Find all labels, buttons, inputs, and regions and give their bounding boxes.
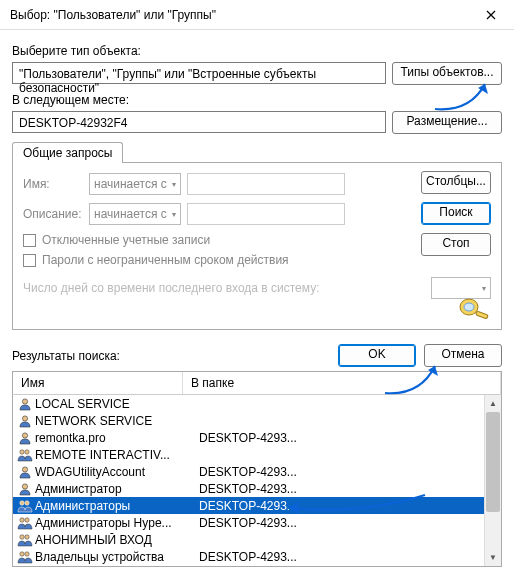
row-name: REMOTE INTERACTIV... <box>35 448 199 462</box>
table-row[interactable]: АНОНИМНЫЙ ВХОД <box>13 531 501 548</box>
table-row[interactable]: WDAGUtilityAccountDESKTOP-4293... <box>13 463 501 480</box>
svg-point-11 <box>25 500 29 504</box>
name-input <box>187 173 345 195</box>
disabled-accounts-label: Отключенные учетные записи <box>42 233 210 247</box>
row-folder: DESKTOP-4293... <box>199 499 501 513</box>
pw-noexpire-checkbox <box>23 254 36 267</box>
results-list[interactable]: LOCAL SERVICENETWORK SERVICEremontka.pro… <box>12 395 502 567</box>
svg-point-5 <box>22 432 27 437</box>
row-name: Владельцы устройства <box>35 550 199 564</box>
table-row[interactable]: LOCAL SERVICE <box>13 395 501 412</box>
row-name: Администратор <box>35 482 199 496</box>
svg-point-6 <box>20 449 24 453</box>
disabled-accounts-checkbox <box>23 234 36 247</box>
row-name: АНОНИМНЫЙ ВХОД <box>35 533 199 547</box>
desc-label: Описание: <box>23 207 83 221</box>
table-row[interactable]: remontka.proDESKTOP-4293... <box>13 429 501 446</box>
tab-panel: Имя: начинается с▾ Описание: начинается … <box>12 162 502 330</box>
location-button[interactable]: Размещение... <box>392 111 502 134</box>
scroll-thumb[interactable] <box>486 412 500 512</box>
results-header: Имя В папке <box>12 371 502 395</box>
object-type-value: "Пользователи", "Группы" или "Встроенные… <box>12 62 386 84</box>
desc-match-select: начинается с▾ <box>89 203 181 225</box>
svg-point-14 <box>20 534 24 538</box>
row-name: Администраторы Hype... <box>35 516 199 530</box>
close-icon <box>486 10 496 20</box>
user-icon <box>17 464 33 480</box>
cancel-button[interactable]: Отмена <box>424 344 502 367</box>
row-name: WDAGUtilityAccount <box>35 465 199 479</box>
row-name: remontka.pro <box>35 431 199 445</box>
row-folder: DESKTOP-4293... <box>199 431 501 445</box>
user-icon <box>17 430 33 446</box>
chevron-down-icon: ▾ <box>482 284 486 293</box>
tab-common-queries[interactable]: Общие запросы <box>12 142 123 163</box>
group-icon <box>17 532 33 548</box>
col-name-header[interactable]: Имя <box>13 372 183 394</box>
chevron-down-icon: ▾ <box>172 180 176 189</box>
name-match-select: начинается с▾ <box>89 173 181 195</box>
window-title: Выбор: "Пользователи" или "Группы" <box>10 8 468 22</box>
group-icon <box>17 549 33 565</box>
user-icon <box>17 396 33 412</box>
scrollbar[interactable]: ▲ ▼ <box>484 395 501 566</box>
svg-point-7 <box>25 449 29 453</box>
svg-point-8 <box>22 466 27 471</box>
table-row[interactable]: Владельцы устройстваDESKTOP-4293... <box>13 548 501 565</box>
ok-button[interactable]: OK <box>338 344 416 367</box>
results-label: Результаты поиска: <box>12 349 120 363</box>
row-folder: DESKTOP-4293... <box>199 465 501 479</box>
table-row[interactable]: АдминистраторDESKTOP-4293... <box>13 480 501 497</box>
svg-point-15 <box>25 534 29 538</box>
pw-noexpire-label: Пароли с неограниченным сроком действия <box>42 253 289 267</box>
svg-point-4 <box>22 415 27 420</box>
svg-rect-2 <box>476 311 489 319</box>
row-name: Администраторы <box>35 499 199 513</box>
svg-point-9 <box>22 483 27 488</box>
row-name: LOCAL SERVICE <box>35 397 199 411</box>
table-row[interactable]: REMOTE INTERACTIV... <box>13 446 501 463</box>
svg-point-1 <box>464 303 474 311</box>
group-icon <box>17 447 33 463</box>
svg-point-12 <box>20 517 24 521</box>
svg-point-3 <box>22 398 27 403</box>
group-icon <box>17 498 33 514</box>
scroll-up-button[interactable]: ▲ <box>485 395 501 412</box>
search-button[interactable]: Поиск <box>421 202 491 225</box>
table-row[interactable]: NETWORK SERVICE <box>13 412 501 429</box>
scroll-down-button[interactable]: ▼ <box>485 549 501 566</box>
columns-button[interactable]: Столбцы... <box>421 171 491 194</box>
svg-point-13 <box>25 517 29 521</box>
location-value: DESKTOP-42932F4 <box>12 111 386 133</box>
object-types-button[interactable]: Типы объектов... <box>392 62 502 85</box>
name-label: Имя: <box>23 177 83 191</box>
side-buttons: Столбцы... Поиск Стоп <box>421 171 491 256</box>
table-row[interactable]: Администраторы Hype...DESKTOP-4293... <box>13 514 501 531</box>
table-row[interactable]: АдминистраторыDESKTOP-4293... <box>13 497 501 514</box>
close-button[interactable] <box>468 0 514 30</box>
scroll-track[interactable] <box>485 412 501 549</box>
row-folder: DESKTOP-4293... <box>199 516 501 530</box>
group-icon <box>17 515 33 531</box>
row-folder: DESKTOP-4293... <box>199 550 501 564</box>
row-name: NETWORK SERVICE <box>35 414 199 428</box>
user-icon <box>17 413 33 429</box>
user-icon <box>17 481 33 497</box>
object-type-label: Выберите тип объекта: <box>12 44 502 58</box>
desc-input <box>187 203 345 225</box>
days-since-login-label: Число дней со времени последнего входа в… <box>23 281 425 295</box>
svg-point-10 <box>20 500 24 504</box>
titlebar: Выбор: "Пользователи" или "Группы" <box>0 0 514 30</box>
col-folder-header[interactable]: В папке <box>183 372 501 394</box>
magnifier-icon <box>455 295 491 323</box>
svg-point-17 <box>25 551 29 555</box>
stop-button[interactable]: Стоп <box>421 233 491 256</box>
query-tabs: Общие запросы Имя: начинается с▾ Описани… <box>12 142 502 330</box>
location-label: В следующем месте: <box>12 93 502 107</box>
row-folder: DESKTOP-4293... <box>199 482 501 496</box>
svg-point-16 <box>20 551 24 555</box>
chevron-down-icon: ▾ <box>172 210 176 219</box>
